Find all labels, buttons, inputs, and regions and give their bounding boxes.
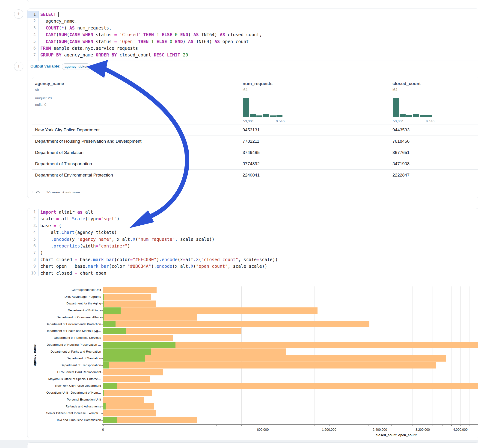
column-header-num-requests[interactable]: num_requests <box>243 81 273 86</box>
gridline <box>380 286 380 423</box>
chart-x-tick-label: 2,400,000 <box>364 428 396 431</box>
add-cell-button[interactable]: + <box>14 62 23 71</box>
code-text: alt.Chart(agency_tickets) <box>40 229 117 236</box>
chart-y-tick-label: DHS Advantage Programs <box>28 295 101 299</box>
table-row[interactable]: Department of Housing Preservation and D… <box>32 136 478 147</box>
line-number: 4 <box>27 31 38 38</box>
code-line[interactable]: 7) <box>27 249 478 256</box>
closed-count-histogram <box>393 98 434 117</box>
code-text: chart_closed + chart_open <box>40 270 106 277</box>
code-line[interactable]: 3 COUNT(*) AS num_requests, <box>27 25 478 31</box>
open-count-bar <box>103 300 104 307</box>
chart-y-tick <box>101 324 103 325</box>
python-code-editor[interactable]: 1import altair as alt2scale = alt.Scale(… <box>27 209 478 276</box>
next-cell-card <box>27 442 478 448</box>
closed-count-bar <box>103 397 144 403</box>
table-cell: 3749485 <box>243 147 260 158</box>
line-number: 3 <box>27 25 38 31</box>
table-cell: 7618456 <box>392 136 409 147</box>
open-count-bar <box>103 307 121 314</box>
table-row[interactable]: New York City Police Department945313194… <box>32 124 478 136</box>
gridline <box>314 286 315 423</box>
chart-y-tick-label: Department of Environmental Protection <box>28 322 101 326</box>
code-line[interactable]: 5 .encode(y="agency_name", x=alt.X("num_… <box>27 236 478 243</box>
chart-y-tick <box>101 331 103 331</box>
table-row[interactable]: Department of Sanitation37494853677651 <box>32 147 478 158</box>
chart-x-tick <box>423 425 423 426</box>
closed-count-bar <box>103 362 436 368</box>
chart-y-tick-label: Mayorâ€ s Office of Special Enforce… <box>28 377 101 381</box>
code-line[interactable]: 2 agency_name, <box>27 18 478 25</box>
code-line[interactable]: 6 .properties(width="container") <box>27 243 478 249</box>
chart-y-tick-label: Department of Parks and Recreation <box>28 350 101 353</box>
code-text: .properties(width="container") <box>40 243 130 249</box>
closed-count-bar <box>103 321 369 327</box>
fold-chevron-icon[interactable]: ⌄ <box>36 223 38 229</box>
line-number: 4 <box>27 229 38 236</box>
search-icon[interactable] <box>36 191 41 193</box>
code-line[interactable]: 8chart_closed = base.mark_bar(color="#FF… <box>27 256 478 263</box>
chart-x-tick-label: 800,000 <box>247 428 279 431</box>
chart-y-tick-label: Department of Health and Mental Hyg… <box>28 329 101 333</box>
table-row[interactable]: Department of Environmental Protection22… <box>32 169 478 181</box>
code-line[interactable]: 4 CAST(SUM(CASE WHEN status = 'Closed' T… <box>27 31 478 38</box>
table-cell: Department of Environmental Protection <box>35 170 113 181</box>
notebook-page: + + 1⌄SELECT2 agency_name,3 COUNT(*) AS … <box>0 0 478 448</box>
table-cell: 9443533 <box>392 124 409 136</box>
chart-x-tick-label: 4,000,000 <box>444 428 477 431</box>
gridline <box>469 286 470 423</box>
histogram-bar <box>270 115 276 117</box>
line-number: 6 <box>27 45 38 52</box>
code-text: CAST(SUM(CASE WHEN status = 'Open' THEN … <box>40 38 249 45</box>
chart-x-tick <box>314 425 315 426</box>
gridline <box>391 286 391 423</box>
add-cell-button[interactable]: + <box>14 9 23 19</box>
code-line[interactable]: 3⌄base = ( <box>27 222 478 229</box>
chart-y-tick <box>101 413 103 414</box>
chart-y-tick-label: Personal Exemption Unit <box>28 398 101 401</box>
column-meta-nulls: nulls: 0 <box>35 103 46 107</box>
table-row[interactable]: Department of Transportation377489234719… <box>32 158 478 170</box>
line-number: 10 <box>27 270 38 277</box>
code-line[interactable]: 6FROM sample_data.nyc.service_requests <box>27 45 478 52</box>
line-number: 7 <box>27 249 38 256</box>
chart-x-tick <box>103 425 104 426</box>
column-header-agency-name[interactable]: agency_name <box>35 81 64 86</box>
chart-y-tick-label: Refunds and Adjustments <box>28 405 101 408</box>
code-line[interactable]: 10chart_closed + chart_open <box>27 270 478 277</box>
histogram-bar <box>420 115 426 117</box>
table-cell: New York City Police Department <box>35 124 100 136</box>
chart-x-tick <box>299 425 299 426</box>
code-line[interactable]: 2scale = alt.Scale(type="sqrt") <box>27 216 478 222</box>
closed-count-bar <box>103 287 157 293</box>
code-text: chart_open = base.mark_bar(color="#8BC34… <box>40 263 267 270</box>
code-line[interactable]: 1import altair as alt <box>27 209 478 216</box>
open-count-bar <box>103 417 117 423</box>
code-text: agency_name, <box>40 18 77 25</box>
gridline <box>368 286 368 423</box>
column-header-closed-count[interactable]: closed_count <box>392 81 421 86</box>
chart-x-tick <box>263 425 263 426</box>
chart-y-tick <box>101 365 103 366</box>
code-line[interactable]: 7GROUP BY agency_name ORDER BY closed_co… <box>27 52 478 58</box>
closed-count-bar <box>103 335 173 341</box>
fold-chevron-icon[interactable]: ⌄ <box>36 11 38 18</box>
sql-code-editor[interactable]: 1⌄SELECT2 agency_name,3 COUNT(*) AS num_… <box>27 11 478 61</box>
closed-count-bar <box>103 390 152 396</box>
table-cell: 3677651 <box>392 147 409 158</box>
code-line[interactable]: 1⌄SELECT <box>27 11 478 18</box>
histogram-bar <box>256 115 262 117</box>
code-text: base = ( <box>40 222 62 229</box>
chart-y-tick <box>101 345 103 345</box>
column-type: str <box>35 88 39 92</box>
code-line[interactable]: 5 CAST(SUM(CASE WHEN status = 'Open' THE… <box>27 38 478 45</box>
output-variable-badge[interactable]: agency_tickets <box>62 63 90 70</box>
line-number: 7 <box>27 52 38 58</box>
code-line[interactable]: 9chart_open = base.mark_bar(color="#8BC3… <box>27 263 478 270</box>
chart-plot-area <box>103 286 478 423</box>
open-count-bar <box>103 328 126 334</box>
open-count-bar <box>103 390 104 396</box>
code-line[interactable]: 4 alt.Chart(agency_tickets) <box>27 229 478 236</box>
gridline <box>460 286 461 423</box>
histogram-bar <box>393 98 399 117</box>
